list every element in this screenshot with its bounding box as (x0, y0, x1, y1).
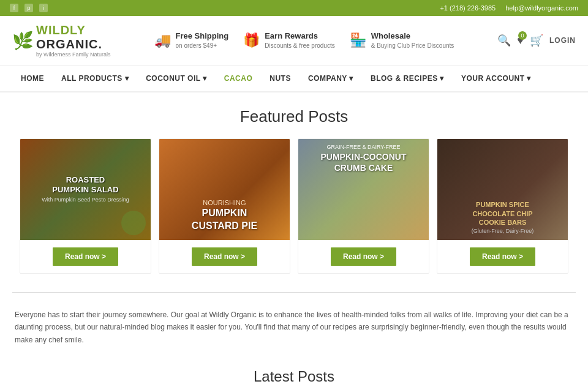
post-image-3: Grain-Free & Dairy-Free PUMPKIN-COCONUTC… (298, 139, 429, 240)
featured-section: Featured Posts ROASTEDPUMPKIN SALAD With… (0, 92, 588, 286)
post-1-body: Read now > (20, 240, 151, 273)
wishlist-badge: 0 (518, 31, 527, 40)
free-shipping-feature: 🚚 Free Shipping on orders $49+ (154, 31, 229, 50)
nav-cacao[interactable]: CACAO (216, 66, 262, 91)
site-header: 🌿 WILDLYORGANIC. by Wilderness Family Na… (0, 16, 588, 66)
about-section: Everyone has to start their journey some… (0, 299, 588, 356)
wholesale-feature: 🏪 Wholesale & Buying Club Price Discount… (350, 31, 454, 50)
pinterest-icon[interactable]: p (24, 4, 33, 12)
latest-section: Latest Posts September 22, 2023 Brazil N… (0, 356, 588, 384)
earn-rewards-feature: 🎁 Earn Rewards Discounts & free products (243, 31, 335, 50)
contact-info: +1 (218) 226-3985 help@wildlyorganic.com (440, 4, 578, 12)
header-features: 🚚 Free Shipping on orders $49+ 🎁 Earn Re… (154, 31, 454, 50)
logo-subtitle: by Wilderness Family Naturals (36, 51, 111, 58)
post-3-title: PUMPKIN-COCONUTCRUMB CAKE (321, 151, 407, 173)
nav-all-products[interactable]: ALL PRODUCTS ▾ (53, 66, 137, 91)
post-4-body: Read now > (437, 240, 568, 273)
latest-title: Latest Posts (12, 368, 576, 384)
wishlist-button[interactable]: ♥ 0 (517, 34, 524, 47)
logo[interactable]: 🌿 WILDLYORGANIC. by Wilderness Family Na… (12, 23, 111, 58)
post-4-title-area: PUMPKIN SPICECHOCOLATE CHIPCOOKIE BARS (… (472, 200, 534, 235)
post-4-subtitle: (Gluten-Free, Dairy-Free) (472, 228, 534, 235)
post-1-thumbnail (121, 211, 146, 235)
wholesale-title: Wholesale (371, 31, 454, 42)
wholesale-sub: & Buying Club Price Discounts (371, 42, 454, 50)
top-bar: f p i +1 (218) 226-3985 help@wildlyorgan… (0, 0, 588, 16)
free-shipping-title: Free Shipping (176, 31, 229, 42)
section-divider (12, 292, 576, 293)
store-icon: 🏪 (350, 32, 366, 48)
nav-items: HOME ALL PRODUCTS ▾ COCONUT OIL ▾ CACAO … (12, 66, 540, 91)
social-links: f p i (10, 4, 48, 12)
read-now-button-2[interactable]: Read now > (192, 247, 257, 266)
nav-company[interactable]: COMPANY ▾ (300, 66, 362, 91)
leaf-icon: 🌿 (12, 31, 34, 51)
main-nav: HOME ALL PRODUCTS ▾ COCONUT OIL ▾ CACAO … (0, 66, 588, 92)
read-now-button-4[interactable]: Read now > (470, 247, 535, 266)
logo-name: WILDLYORGANIC. (36, 23, 111, 51)
featured-post-3: Grain-Free & Dairy-Free PUMPKIN-COCONUTC… (298, 138, 429, 274)
earn-rewards-sub: Discounts & free products (265, 42, 335, 50)
facebook-icon[interactable]: f (10, 4, 18, 12)
read-now-button-1[interactable]: Read now > (53, 247, 118, 266)
nav-your-account[interactable]: YOUR ACCOUNT ▾ (453, 66, 540, 91)
featured-posts-grid: ROASTEDPUMPKIN SALAD With Pumpkin Seed P… (12, 138, 576, 274)
instagram-icon[interactable]: i (39, 4, 48, 12)
earn-rewards-title: Earn Rewards (265, 31, 335, 42)
nav-coconut-oil[interactable]: COCONUT OIL ▾ (137, 66, 216, 91)
search-button[interactable]: 🔍 (497, 34, 511, 47)
cart-button[interactable]: 🛒 (530, 34, 543, 47)
header-actions: 🔍 ♥ 0 🛒 LOGIN (497, 34, 576, 47)
truck-icon: 🚚 (154, 32, 171, 48)
post-1-title: ROASTEDPUMPKIN SALAD (42, 175, 129, 194)
featured-post-4: PUMPKIN SPICECHOCOLATE CHIPCOOKIE BARS (… (437, 138, 568, 274)
gift-icon: 🎁 (243, 32, 260, 48)
nav-nuts[interactable]: NUTS (261, 66, 300, 91)
post-3-body: Read now > (298, 240, 429, 273)
post-image-2: Nourishing PUMPKINCUSTARD PIE (159, 139, 290, 240)
post-2-subtitle: Nourishing (192, 198, 257, 207)
about-text: Everyone has to start their journey some… (15, 309, 573, 346)
featured-post-2: Nourishing PUMPKINCUSTARD PIE Read now > (159, 138, 290, 274)
post-1-subtitle: With Pumpkin Seed Pesto Dressing (42, 197, 129, 204)
phone-number[interactable]: +1 (218) 226-3985 (440, 4, 496, 12)
email-address[interactable]: help@wildlyorganic.com (505, 4, 578, 12)
post-image-4: PUMPKIN SPICECHOCOLATE CHIPCOOKIE BARS (… (437, 139, 568, 240)
nav-blog-recipes[interactable]: BLOG & RECIPES ▾ (362, 66, 453, 91)
login-button[interactable]: LOGIN (549, 36, 576, 45)
nav-home[interactable]: HOME (12, 66, 53, 91)
free-shipping-sub: on orders $49+ (176, 42, 229, 50)
post-image-1: ROASTEDPUMPKIN SALAD With Pumpkin Seed P… (20, 139, 151, 240)
read-now-button-3[interactable]: Read now > (331, 247, 396, 266)
post-2-title-area: Nourishing PUMPKINCUSTARD PIE (192, 198, 257, 233)
featured-post-1: ROASTEDPUMPKIN SALAD With Pumpkin Seed P… (20, 138, 151, 274)
post-2-body: Read now > (159, 240, 290, 273)
featured-title: Featured Posts (12, 107, 576, 126)
post-2-title: PUMPKINCUSTARD PIE (192, 207, 257, 233)
post-3-subtitle: Grain-Free & Dairy-Free (326, 144, 400, 151)
post-4-title: PUMPKIN SPICECHOCOLATE CHIPCOOKIE BARS (472, 200, 534, 227)
